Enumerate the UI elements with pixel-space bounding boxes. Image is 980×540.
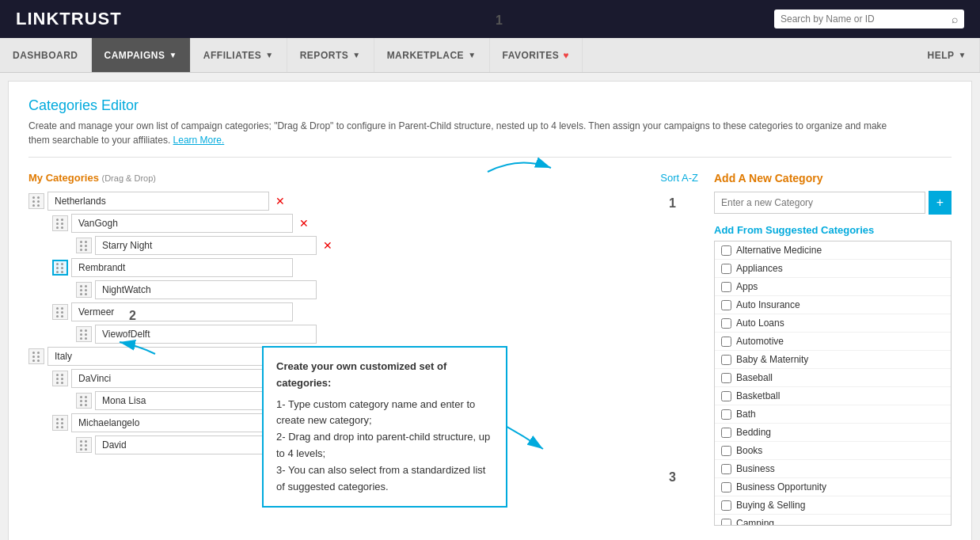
- delete-netherlands[interactable]: ✕: [272, 193, 288, 209]
- cat-input-vermeer[interactable]: [71, 302, 293, 321]
- delete-vangogh[interactable]: ✕: [296, 215, 312, 231]
- drag-handle-netherlands[interactable]: [28, 193, 44, 209]
- cat-input-rembrandt[interactable]: [71, 258, 293, 277]
- cat-input-vangogh[interactable]: [71, 214, 293, 233]
- suggested-item-label: Appliances: [736, 263, 783, 274]
- suggested-checkbox[interactable]: [721, 500, 731, 511]
- suggested-checkbox[interactable]: [721, 337, 731, 347]
- drag-handle-rembrandt[interactable]: [52, 260, 68, 276]
- search-input[interactable]: [781, 13, 952, 25]
- drag-handle-nightwatch[interactable]: [76, 282, 92, 298]
- tooltip-step2: 2- Drag and drop into parent-child struc…: [276, 431, 490, 459]
- cat-input-viewofdelft[interactable]: [95, 325, 317, 344]
- suggested-checkbox[interactable]: [721, 428, 731, 438]
- right-panel: Add A New Category + Add From Suggested …: [714, 172, 952, 526]
- category-row-netherlands: ✕: [28, 192, 698, 211]
- suggested-item[interactable]: Auto Loans: [715, 314, 951, 333]
- nav-item-reports[interactable]: REPORTS ▼: [287, 38, 374, 72]
- suggested-checkbox[interactable]: [721, 482, 731, 492]
- suggested-checkbox[interactable]: [721, 300, 731, 310]
- suggested-checkbox[interactable]: [721, 519, 731, 527]
- search-icon[interactable]: ⌕: [952, 13, 958, 25]
- suggested-checkbox[interactable]: [721, 245, 731, 256]
- nav-item-marketplace[interactable]: MARKETPLACE ▼: [374, 38, 490, 72]
- suggested-item[interactable]: Alternative Medicine: [715, 241, 951, 260]
- suggested-item[interactable]: Business: [715, 460, 951, 478]
- drag-dots: [80, 241, 88, 251]
- suggested-item[interactable]: Bedding: [715, 424, 951, 442]
- suggested-checkbox[interactable]: [721, 409, 731, 420]
- drag-dots: [32, 352, 40, 362]
- page-desc-text2: them searchable to your affiliates.: [28, 135, 170, 146]
- suggested-item[interactable]: Camping: [715, 515, 951, 526]
- suggested-item-label: Auto Loans: [736, 318, 784, 329]
- nav-item-affiliates[interactable]: AFFILIATES ▼: [191, 38, 287, 72]
- drag-dots: [80, 329, 88, 340]
- marketplace-arrow-icon: ▼: [468, 51, 476, 59]
- suggested-item[interactable]: Apps: [715, 278, 951, 296]
- drag-handle-michaelangelo[interactable]: [52, 415, 68, 431]
- drag-dots: [56, 263, 64, 273]
- suggested-item[interactable]: Baseball: [715, 369, 951, 387]
- nav-item-favorites[interactable]: FAVORITES ♥: [490, 38, 583, 72]
- nav-item-help[interactable]: HELP ▼: [915, 38, 980, 72]
- cat-input-starrynight[interactable]: [95, 236, 317, 255]
- suggested-item-label: Books: [736, 445, 762, 456]
- suggested-item[interactable]: Bath: [715, 405, 951, 424]
- suggested-item-label: Bath: [736, 409, 756, 420]
- nav-item-dashboard[interactable]: DASHBOARD: [0, 38, 92, 72]
- step-2-number: 2: [129, 309, 136, 323]
- nav-item-campaigns[interactable]: CAMPAIGNS ▼: [92, 38, 191, 72]
- suggested-checkbox[interactable]: [721, 446, 731, 456]
- suggested-item[interactable]: Appliances: [715, 260, 951, 278]
- drag-dots: [32, 196, 40, 207]
- cat-input-italy[interactable]: [47, 347, 269, 366]
- drag-handle-italy[interactable]: [28, 348, 44, 364]
- step-1-label: 1: [496, 13, 503, 28]
- page-title: Categories Editor: [28, 97, 952, 114]
- suggested-checkbox[interactable]: [721, 391, 731, 401]
- my-categories-label: My Categories (Drag & Drop): [28, 172, 156, 184]
- drag-handle-monalisa[interactable]: [76, 393, 92, 409]
- nav-label-favorites: FAVORITES: [503, 50, 560, 61]
- suggested-item[interactable]: Auto Insurance: [715, 296, 951, 314]
- step-3-number: 3: [669, 470, 676, 485]
- cat-input-davinci[interactable]: [71, 369, 293, 388]
- new-category-input[interactable]: [714, 192, 925, 214]
- drag-handle-davinci[interactable]: [52, 371, 68, 386]
- cat-input-netherlands[interactable]: [47, 192, 269, 211]
- nav-label-reports: REPORTS: [300, 50, 349, 61]
- suggested-checkbox[interactable]: [721, 355, 731, 365]
- suggested-checkbox[interactable]: [721, 264, 731, 274]
- drag-handle-viewofdelft[interactable]: [76, 326, 92, 342]
- header: LINKTRUST ⌕: [0, 0, 980, 38]
- suggested-item[interactable]: Baby & Maternity: [715, 351, 951, 369]
- suggested-checkbox[interactable]: [721, 318, 731, 329]
- drag-handle-starrynight[interactable]: [76, 238, 92, 253]
- drag-handle-vermeer[interactable]: [52, 304, 68, 320]
- category-row-vermeer: [52, 302, 698, 321]
- nav-label-marketplace: MARKETPLACE: [387, 50, 465, 61]
- suggested-item[interactable]: Business Opportunity: [715, 478, 951, 496]
- cat-input-nightwatch[interactable]: [95, 280, 317, 299]
- drag-handle-vangogh[interactable]: [52, 215, 68, 231]
- suggested-checkbox[interactable]: [721, 373, 731, 383]
- suggested-item[interactable]: Buying & Selling: [715, 496, 951, 515]
- sort-az-button[interactable]: Sort A-Z: [660, 172, 698, 184]
- delete-starrynight[interactable]: ✕: [320, 238, 336, 253]
- cat-input-michaelangelo[interactable]: [71, 413, 293, 432]
- nav: DASHBOARD CAMPAIGNS ▼ AFFILIATES ▼ REPOR…: [0, 38, 980, 73]
- drag-handle-david[interactable]: [76, 437, 92, 453]
- heart-icon: ♥: [563, 50, 569, 61]
- add-category-button[interactable]: +: [929, 191, 952, 215]
- drag-dots: [56, 307, 64, 318]
- nav-label-dashboard: DASHBOARD: [13, 50, 78, 61]
- suggested-item[interactable]: Basketball: [715, 387, 951, 405]
- suggested-item[interactable]: Books: [715, 442, 951, 460]
- suggested-checkbox[interactable]: [721, 282, 731, 292]
- learn-more-link[interactable]: Learn More.: [173, 135, 225, 146]
- suggested-item[interactable]: Automotive: [715, 333, 951, 351]
- suggested-checkbox[interactable]: [721, 464, 731, 474]
- drag-drop-hint: (Drag & Drop): [102, 173, 156, 183]
- search-bar[interactable]: ⌕: [774, 10, 964, 29]
